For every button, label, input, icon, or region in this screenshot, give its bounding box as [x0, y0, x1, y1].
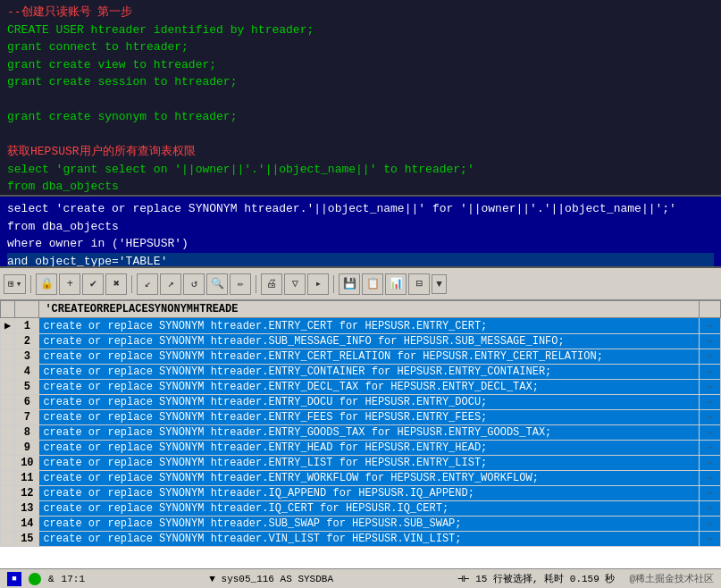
table-row[interactable]: ▶1create or replace SYNONYM htreader.ENT… — [1, 318, 721, 334]
row-action-icon[interactable]: ⋯ — [707, 458, 712, 468]
row-content: create or replace SYNONYM htreader.VIN_L… — [39, 532, 700, 547]
row-action-icon[interactable]: ⋯ — [707, 489, 712, 499]
save-button[interactable]: 💾 — [339, 273, 360, 295]
row-icon[interactable]: ⋯ — [700, 532, 721, 547]
row-content: create or replace SYNONYM htreader.ENTRY… — [39, 318, 700, 334]
row-action-icon[interactable]: ⋯ — [707, 474, 712, 483]
grid-toggle-button[interactable]: ⊟ — [408, 273, 430, 295]
row-icon[interactable]: ⋯ — [700, 425, 721, 441]
row-icon[interactable]: ⋯ — [700, 365, 721, 380]
row-number: 3 — [15, 349, 39, 365]
watermark: @稀土掘金技术社区 — [629, 572, 714, 585]
add-button[interactable]: + — [59, 273, 80, 295]
row-action-icon[interactable]: ⋯ — [707, 534, 712, 544]
code-line — [7, 126, 714, 144]
check-button[interactable]: ✔ — [82, 273, 104, 295]
header-icon — [700, 301, 721, 318]
row-arrow — [1, 456, 15, 471]
toolbar: ⊞ ▾ 🔒 + ✔ ✖ ↙ ↗ ↺ 🔍 ✏ 🖨 ▽ ▸ 💾 📋 📊 ⊟ ▼ — [0, 268, 721, 300]
row-action-icon[interactable]: ⋯ — [707, 519, 712, 529]
table-row[interactable]: 6create or replace SYNONYM htreader.ENTR… — [1, 395, 721, 410]
table-row[interactable]: 2create or replace SYNONYM htreader.SUB_… — [1, 334, 721, 349]
table-row[interactable]: 15create or replace SYNONYM htreader.VIN… — [1, 532, 721, 547]
separator — [30, 275, 31, 293]
row-content: create or replace SYNONYM htreader.ENTRY… — [39, 349, 700, 365]
code-line: 获取HEPSUSR用户的所有查询表权限 — [7, 143, 714, 161]
more-dropdown[interactable]: ▼ — [432, 274, 447, 294]
table-row[interactable]: 3create or replace SYNONYM htreader.ENTR… — [1, 349, 721, 365]
row-number: 7 — [15, 410, 39, 425]
row-number: 10 — [15, 456, 39, 471]
row-icon[interactable]: ⋯ — [700, 334, 721, 349]
row-icon[interactable]: ⋯ — [700, 410, 721, 425]
code-editor-top[interactable]: --创建只读账号 第一步 CREATE USER htreader identi… — [0, 0, 721, 197]
row-action-icon[interactable]: ⋯ — [707, 428, 712, 438]
filter-button[interactable]: ▽ — [284, 273, 306, 295]
search-button[interactable]: 🔍 — [206, 273, 228, 295]
row-action-icon[interactable]: ⋯ — [707, 382, 712, 392]
row-number: 15 — [15, 532, 39, 547]
row-icon[interactable]: ⋯ — [700, 349, 721, 365]
row-arrow: ▶ — [1, 318, 15, 334]
row-action-icon[interactable]: ⋯ — [707, 443, 712, 453]
row-icon[interactable]: ⋯ — [700, 456, 721, 471]
dropdown-arrow: ▾ — [16, 278, 22, 290]
results-container[interactable]: 'CREATEORREPLACESYNONYMHTREADE ▶1create … — [0, 300, 721, 568]
row-arrow — [1, 501, 15, 517]
row-icon[interactable]: ⋯ — [700, 471, 721, 486]
row-icon[interactable]: ⋯ — [700, 501, 721, 517]
chart-button[interactable]: 📊 — [385, 273, 407, 295]
copy-button[interactable]: 📋 — [362, 273, 383, 295]
header-rownum — [15, 301, 39, 318]
table-row[interactable]: 12create or replace SYNONYM htreader.IQ_… — [1, 486, 721, 501]
row-action-icon[interactable]: ⋯ — [707, 352, 712, 362]
grid-dropdown[interactable]: ⊞ ▾ — [4, 274, 26, 294]
table-row[interactable]: 10create or replace SYNONYM htreader.ENT… — [1, 456, 721, 471]
more-arrow: ▼ — [436, 279, 442, 290]
code-line: where owner in ('HEPSUSR') — [7, 235, 714, 253]
table-row[interactable]: 7create or replace SYNONYM htreader.ENTR… — [1, 410, 721, 425]
table-row[interactable]: 5create or replace SYNONYM htreader.ENTR… — [1, 380, 721, 395]
header-arrow — [1, 301, 15, 318]
row-arrow — [1, 471, 15, 486]
row-action-icon[interactable]: ⋯ — [707, 322, 712, 332]
table-row[interactable]: 8create or replace SYNONYM htreader.ENTR… — [1, 425, 721, 441]
row-icon[interactable]: ⋯ — [700, 380, 721, 395]
code-editor-lower[interactable]: select 'create or replace SYNONYM htread… — [0, 197, 721, 268]
statusbar: ■ & 17:1 ▼ sys05_116 AS SYSDBA ⊣⊢ 15 行被选… — [0, 568, 721, 588]
edit-button[interactable]: ✏ — [230, 273, 251, 295]
cancel-button[interactable]: ✖ — [105, 273, 127, 295]
export-button[interactable]: ▸ — [307, 273, 329, 295]
results-table: 'CREATEORREPLACESYNONYMHTREADE ▶1create … — [0, 300, 721, 547]
row-number: 8 — [15, 425, 39, 441]
lock-button[interactable]: 🔒 — [36, 273, 57, 295]
row-icon[interactable]: ⋯ — [700, 318, 721, 334]
row-icon[interactable]: ⋯ — [700, 486, 721, 501]
table-row[interactable]: 11create or replace SYNONYM htreader.ENT… — [1, 471, 721, 486]
row-content: create or replace SYNONYM htreader.ENTRY… — [39, 471, 700, 486]
row-icon[interactable]: ⋯ — [700, 517, 721, 532]
row-icon[interactable]: ⋯ — [700, 441, 721, 456]
sort-asc-button[interactable]: ↙ — [137, 273, 158, 295]
row-icon[interactable]: ⋯ — [700, 395, 721, 410]
ampersand: & — [48, 574, 54, 584]
row-content: create or replace SYNONYM htreader.SUB_M… — [39, 334, 700, 349]
row-number: 6 — [15, 395, 39, 410]
table-row[interactable]: 14create or replace SYNONYM htreader.SUB… — [1, 517, 721, 532]
separator — [333, 275, 334, 293]
row-number: 9 — [15, 441, 39, 456]
refresh-button[interactable]: ↺ — [183, 273, 205, 295]
row-action-icon[interactable]: ⋯ — [707, 504, 712, 514]
row-action-icon[interactable]: ⋯ — [707, 413, 712, 423]
table-row[interactable]: 4create or replace SYNONYM htreader.ENTR… — [1, 365, 721, 380]
row-arrow — [1, 486, 15, 501]
sort-desc-button[interactable]: ↗ — [160, 273, 181, 295]
row-content: create or replace SYNONYM htreader.ENTRY… — [39, 441, 700, 456]
row-action-icon[interactable]: ⋯ — [707, 398, 712, 407]
row-action-icon[interactable]: ⋯ — [707, 337, 712, 347]
table-row[interactable]: 13create or replace SYNONYM htreader.IQ_… — [1, 501, 721, 517]
table-row[interactable]: 9create or replace SYNONYM htreader.ENTR… — [1, 441, 721, 456]
cursor-position: 17:1 — [62, 574, 85, 584]
print-button[interactable]: 🖨 — [261, 273, 282, 295]
row-action-icon[interactable]: ⋯ — [707, 367, 712, 377]
